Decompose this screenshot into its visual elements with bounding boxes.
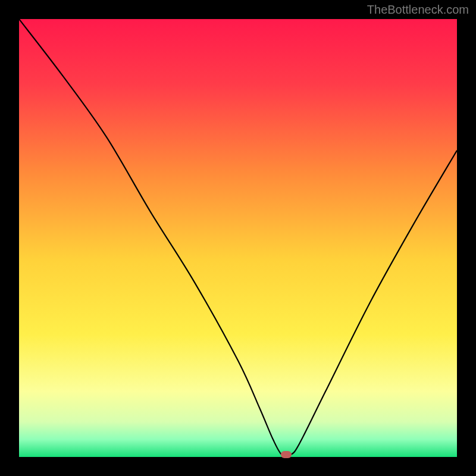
- chart-svg: [19, 19, 457, 457]
- plot-area: [19, 19, 457, 457]
- watermark-text: TheBottleneck.com: [367, 3, 469, 17]
- optimal-marker: [281, 451, 292, 458]
- gradient-background: [19, 19, 457, 457]
